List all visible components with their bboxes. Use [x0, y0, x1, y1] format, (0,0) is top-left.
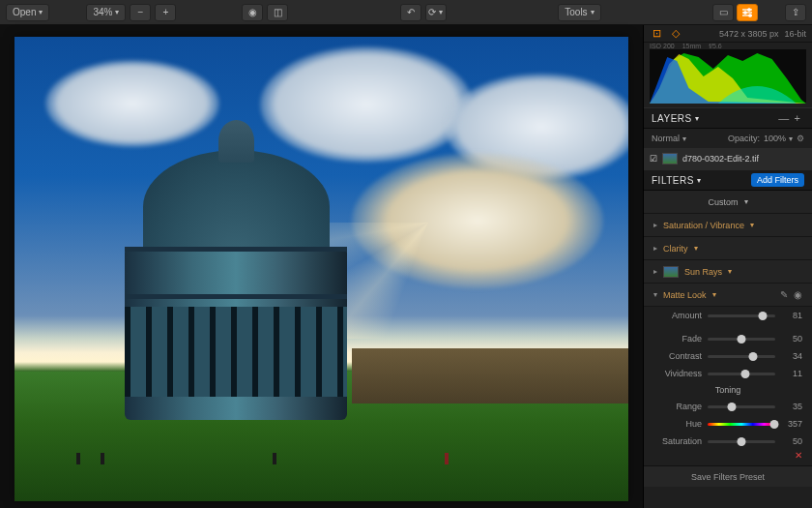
open-menu[interactable]: Open	[6, 4, 49, 21]
filter-matte-look[interactable]: ▾ Matte Look▾ ✎ ◉	[644, 284, 812, 307]
zoom-level[interactable]: 34%	[86, 4, 126, 21]
canvas-area[interactable]	[0, 25, 643, 508]
chevron-down-icon: ▾	[653, 290, 657, 299]
slider-contrast[interactable]: Contrast 34	[644, 347, 812, 365]
slider-hue[interactable]: Hue 357	[644, 415, 812, 433]
layer-name: d780-0302-Edit-2.tif	[682, 154, 759, 164]
subject-building	[125, 120, 347, 420]
svg-point-4	[744, 11, 746, 13]
zoom-out-button[interactable]: −	[130, 4, 151, 21]
image-dimensions: 5472 x 3805 px	[719, 29, 779, 39]
gear-icon[interactable]: ⚙	[797, 134, 804, 143]
filters-title: FILTERS	[652, 175, 694, 186]
exif-focal: 15mm	[682, 43, 701, 49]
save-filters-preset[interactable]: Save Filters Preset	[644, 465, 812, 487]
filter-saturation-vibrance[interactable]: ▸ Saturation / Vibrance▾	[644, 214, 812, 237]
visibility-icon[interactable]: ◉	[794, 289, 802, 300]
transform-icon[interactable]: ◇	[669, 27, 682, 41]
filter-sun-rays[interactable]: ▸ Sun Rays▾	[644, 260, 812, 284]
exif-row: ISO 200 15mm f/5.6	[644, 43, 812, 49]
tools-menu[interactable]: Tools	[558, 4, 600, 21]
svg-point-3	[748, 8, 750, 10]
chevron-right-icon: ▸	[653, 267, 657, 276]
brush-icon[interactable]: ✎	[780, 289, 788, 300]
delete-filter-button[interactable]: ✕	[795, 450, 802, 465]
image-bitdepth: 16-bit	[784, 29, 806, 39]
panel-presets-icon[interactable]: ▭	[712, 4, 734, 21]
layer-item[interactable]: ☑ d780-0302-Edit-2.tif	[644, 148, 812, 169]
crop-icon[interactable]: ⊡	[650, 27, 663, 41]
layers-header[interactable]: LAYERS ▾ — +	[644, 107, 812, 129]
slider-amount[interactable]: Amount 81	[644, 307, 812, 324]
slider-saturation[interactable]: Saturation 50	[644, 433, 812, 450]
add-filters-button[interactable]: Add Filters	[751, 173, 804, 187]
opacity-value[interactable]: 100%	[764, 134, 793, 143]
layers-title: LAYERS	[652, 113, 692, 124]
preview-icon[interactable]: ◉	[242, 4, 263, 21]
filters-header[interactable]: FILTERS ▾ Add Filters	[644, 169, 812, 191]
zoom-in-button[interactable]: +	[155, 4, 176, 21]
opacity-label: Opacity:	[728, 134, 760, 143]
export-button[interactable]: ⇪	[785, 4, 806, 21]
exif-aperture: f/5.6	[709, 43, 722, 49]
history-menu[interactable]: ⟳	[425, 4, 447, 21]
image-info-bar: ⊡ ◇ 5472 x 3805 px 16-bit	[644, 25, 812, 43]
layer-blend-row: Normal Opacity: 100% ⚙	[644, 129, 812, 148]
chevron-right-icon: ▸	[653, 244, 657, 253]
chevron-right-icon: ▸	[653, 221, 657, 229]
add-layer-button[interactable]: +	[791, 111, 804, 125]
filter-clarity[interactable]: ▸ Clarity▾	[644, 237, 812, 260]
top-toolbar: Open 34% − + ◉ ◫ ↶ ⟳ Tools ▭ ⇪	[0, 0, 812, 25]
image-canvas[interactable]	[14, 37, 628, 501]
panel-filters-icon[interactable]	[737, 4, 758, 21]
visibility-icon[interactable]: ☑	[650, 154, 657, 164]
layer-thumb	[662, 153, 678, 164]
histogram[interactable]	[650, 49, 806, 104]
exif-iso: ISO 200	[650, 43, 675, 49]
preset-selector[interactable]: Custom▾	[644, 191, 812, 214]
blend-mode-select[interactable]: Normal	[652, 134, 686, 143]
slider-fade[interactable]: Fade 50	[644, 330, 812, 347]
undo-button[interactable]: ↶	[400, 4, 421, 21]
slider-vividness[interactable]: Vividness 11	[644, 365, 812, 382]
layers-collapse-icon[interactable]: —	[777, 111, 791, 125]
slider-range[interactable]: Range 35	[644, 398, 812, 415]
svg-point-5	[749, 14, 751, 15]
compare-icon[interactable]: ◫	[267, 4, 288, 21]
filter-thumb	[663, 266, 679, 278]
side-panel: ⊡ ◇ 5472 x 3805 px 16-bit ISO 200 15mm f…	[643, 25, 812, 508]
toning-label: Toning	[644, 382, 812, 398]
